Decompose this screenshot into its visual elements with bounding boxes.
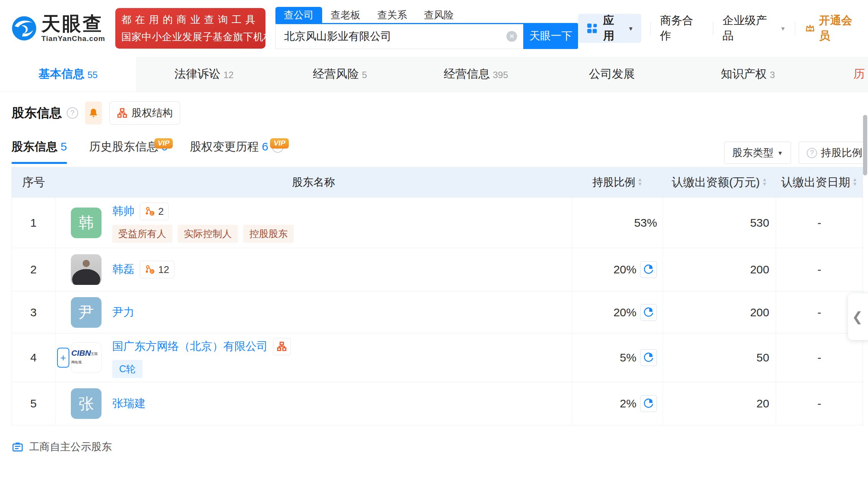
vip-badge: VIP (154, 138, 173, 149)
shareholder-tag: 实际控制人 (178, 225, 238, 243)
business-cooperation-link[interactable]: 商务合作 (660, 13, 704, 44)
search-tab-3[interactable]: 查关系 (369, 7, 416, 23)
main-tab-2[interactable]: 法律诉讼12 (136, 57, 272, 92)
search-tab-4[interactable]: 查风险 (416, 7, 462, 23)
main-tab-5[interactable]: 公司发展 (544, 57, 680, 92)
header-right-nav: 应用 ▼ 商务合作 企业级产品 ▼ 开通会员 (578, 13, 868, 44)
table-footnote: 工商自主公示股东 (11, 440, 868, 454)
vip-badge: VIP (270, 138, 289, 149)
help-icon[interactable]: ? (67, 107, 78, 119)
ratio-cell: 5% (572, 334, 663, 382)
ratio-value: 20% (613, 263, 636, 276)
promo-line1: 都在用的商业查询工具 (121, 13, 259, 26)
chevron-down-icon: ▼ (780, 25, 786, 32)
sort-arrows-icon[interactable]: ▲▼ (852, 178, 857, 187)
shareholder-subtab-2[interactable]: 历史股东信息6VIP (89, 139, 168, 164)
ratio-cell: 2% (572, 382, 663, 425)
table-row: 3尹尹力20%200- (12, 291, 863, 333)
shareholder-section-header: 股东信息 ? 股权结构 (11, 101, 868, 125)
apps-menu-button[interactable]: 应用 ▼ (578, 14, 641, 43)
pie-chart-icon-button[interactable] (640, 261, 657, 278)
amount-value: 50 (663, 334, 776, 382)
company-logo-avatar: CIBN互联网电视 (71, 342, 102, 373)
main-tab-3[interactable]: 经营风险5 (272, 57, 408, 92)
scrollbar-thumb[interactable] (863, 115, 867, 175)
shareholder-subtab-3[interactable]: 股权变更历程6VIP? (190, 139, 283, 164)
table-row: 2韩磊企1220%200- (12, 248, 863, 291)
ratio-filter[interactable]: ? 持股比例 (799, 142, 863, 164)
tianyancha-logo[interactable]: 天眼查 TianYanCha.com (11, 14, 105, 43)
shareholder-name-link[interactable]: 张瑞建 (112, 396, 146, 411)
chevron-down-icon: ▼ (628, 25, 634, 32)
collapse-panel-button[interactable]: ❮ (848, 293, 868, 340)
table-body: 1韩韩帅企2受益所有人实际控制人控股股东53%530-2韩磊企1220%200-… (12, 197, 863, 425)
subscribe-bell-button[interactable] (85, 101, 102, 124)
main-tab-4[interactable]: 经营信息395 (408, 57, 544, 92)
tab-count: 395 (493, 70, 508, 80)
shareholder-name-cell: 韩磊企12 (55, 248, 572, 291)
amount-value: 20 (663, 382, 776, 425)
apps-grid-icon (586, 22, 598, 35)
shareholder-avatar: 韩 (71, 208, 102, 238)
table-filters: 股东类型 ▼ ? 持股比例 (724, 142, 863, 164)
shareholder-subtab-1[interactable]: 股东信息5 (11, 139, 67, 164)
shareholder-name-link[interactable]: 尹力 (112, 305, 134, 320)
shareholder-type-filter[interactable]: 股东类型 ▼ (724, 142, 791, 164)
apps-label: 应用 (603, 13, 625, 44)
search-input-value: 北京风山影业有限公司 (276, 29, 506, 44)
equity-structure-icon-badge[interactable] (273, 338, 291, 355)
main-tab-1[interactable]: 基本信息55 (0, 57, 136, 92)
relation-count-badge[interactable]: 企2 (140, 203, 169, 220)
table-row: 4+CIBN互联网电视国广东方网络（北京）有限公司C轮5%50- (12, 333, 863, 382)
tab-count: 55 (87, 70, 98, 80)
shareholder-table: 序号股东名称持股比例▲▼认缴出资额(万元)▲▼认缴出资日期▲▼ 1韩韩帅企2受益… (11, 167, 863, 425)
enterprise-products-link[interactable]: 企业级产品 ▼ (722, 13, 786, 44)
shareholder-name-cell: 韩韩帅企2受益所有人实际控制人控股股东 (55, 198, 572, 248)
search-area: 查公司查老板查关系查风险 北京风山影业有限公司 ✕ 天眼一下 (275, 8, 578, 49)
relation-graph-icon: 企 (145, 265, 155, 275)
row-seq: 5 (12, 382, 55, 425)
ratio-cell: 20% (572, 248, 663, 291)
search-button[interactable]: 天眼一下 (523, 23, 578, 49)
ratio-cell: 20% (572, 291, 663, 333)
search-tab-1[interactable]: 查公司 (275, 7, 322, 23)
search-input[interactable]: 北京风山影业有限公司 ✕ (275, 23, 523, 49)
search-tab-2[interactable]: 查老板 (322, 7, 369, 23)
main-tab-6[interactable]: 知识产权3 (680, 57, 816, 92)
company-section-tabs: 基本信息55法律诉讼12经营风险5经营信息395公司发展知识产权3历 (0, 57, 868, 92)
shareholder-name-cell: +CIBN互联网电视国广东方网络（北京）有限公司C轮 (55, 334, 572, 382)
sort-arrows-icon[interactable]: ▲▼ (762, 178, 767, 187)
shareholder-name-link[interactable]: 韩磊 (112, 262, 134, 277)
promo-banner[interactable]: 都在用的商业查询工具 国家中小企业发展子基金旗下机构 (115, 8, 265, 49)
pie-chart-icon (643, 307, 654, 318)
crown-icon (804, 23, 816, 34)
ratio-cell: 53% (572, 198, 663, 248)
pie-chart-icon (643, 264, 654, 275)
date-value: - (776, 334, 863, 382)
relation-count-badge[interactable]: 企12 (140, 261, 174, 278)
promo-line2: 国家中小企业发展子基金旗下机构 (121, 30, 259, 44)
amount-value: 200 (663, 248, 776, 291)
pie-chart-icon-button[interactable] (640, 395, 657, 412)
equity-structure-button[interactable]: 股权结构 (110, 101, 180, 124)
table-row: 5张张瑞建2%20- (12, 382, 863, 425)
divider (650, 22, 651, 35)
row-seq: 4 (12, 334, 55, 382)
shareholder-avatar: 尹 (71, 297, 102, 328)
shareholder-name-link[interactable]: 韩帅 (112, 204, 134, 219)
ratio-value: 53% (634, 216, 657, 229)
column-header-4: 认缴出资额(万元)▲▼ (663, 167, 776, 197)
subtab-count: 6 (262, 140, 268, 153)
main-tab-7[interactable]: 历 (816, 57, 868, 92)
column-header-5: 认缴出资日期▲▼ (776, 167, 863, 197)
pie-chart-icon-button[interactable] (640, 349, 657, 366)
relation-count: 12 (158, 264, 169, 276)
shareholder-name-link[interactable]: 国广东方网络（北京）有限公司 (112, 339, 268, 354)
expand-button[interactable]: + (57, 348, 69, 368)
divider (713, 22, 713, 35)
clear-search-icon[interactable]: ✕ (506, 31, 517, 42)
pie-chart-icon-button[interactable] (640, 304, 657, 321)
sort-arrows-icon[interactable]: ▲▼ (637, 178, 642, 187)
open-vip-link[interactable]: 开通会员 (804, 13, 863, 44)
help-icon: ? (807, 148, 817, 158)
